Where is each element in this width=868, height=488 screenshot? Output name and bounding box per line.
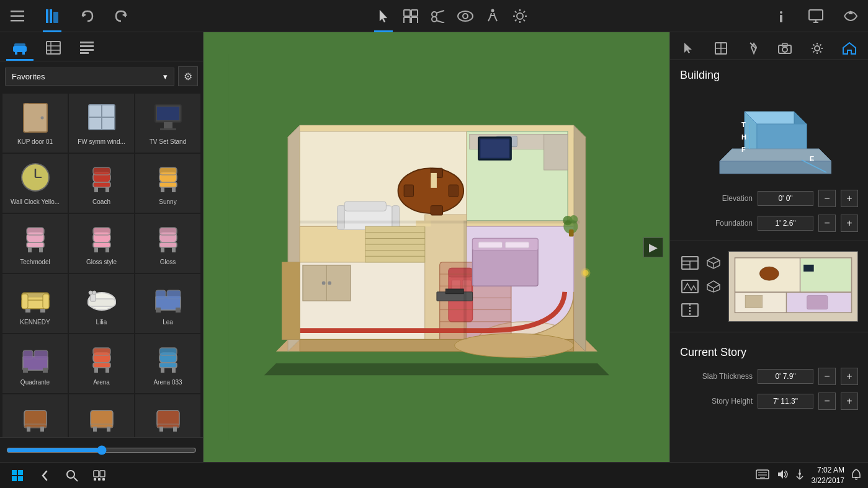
item-label-7: Techmodel: [20, 259, 50, 266]
tab-list[interactable]: [73, 36, 101, 61]
story-height-row: Story Height − +: [670, 389, 868, 414]
undo-button[interactable]: [76, 5, 98, 27]
item-14[interactable]: Arena: [69, 334, 134, 393]
svg-line-25: [523, 19, 525, 21]
floor-plan-mini-preview: [728, 251, 858, 322]
item-17[interactable]: item17: [69, 394, 134, 437]
svg-rect-247: [18, 470, 23, 475]
info-button[interactable]: [770, 5, 792, 27]
redo-button[interactable]: [110, 5, 133, 27]
elevation-decrease[interactable]: −: [818, 190, 836, 207]
svg-rect-253: [100, 471, 105, 477]
item-13[interactable]: Quadrante: [2, 334, 68, 393]
view-elevation[interactable]: [680, 277, 700, 296]
taskbar: 7:02 AM 3/22/2017: [0, 462, 868, 488]
svg-rect-58: [105, 187, 109, 192]
item-6[interactable]: Sunny: [135, 154, 200, 213]
search-button[interactable]: [61, 464, 83, 487]
rtab-home[interactable]: [838, 37, 861, 60]
walk-tool[interactable]: [481, 5, 504, 27]
rtab-sun[interactable]: [806, 37, 828, 60]
rtab-camera[interactable]: [774, 37, 796, 60]
back-button[interactable]: [34, 464, 56, 487]
select-tool[interactable]: [372, 5, 395, 27]
view-isometric[interactable]: [704, 277, 723, 296]
tab-materials[interactable]: [40, 36, 67, 61]
svg-rect-82: [43, 294, 49, 309]
height-input[interactable]: [758, 394, 813, 409]
svg-rect-100: [23, 368, 28, 373]
favorites-dropdown[interactable]: Favorites ▾: [5, 68, 174, 86]
rtab-walls[interactable]: [710, 37, 732, 60]
item-label-11: Lilia: [96, 319, 107, 326]
item-thumb-3: [146, 99, 190, 136]
multitask-button[interactable]: [88, 464, 110, 487]
item-15[interactable]: Arena 033: [135, 334, 200, 393]
item-11[interactable]: Lilia: [69, 274, 134, 333]
item-5[interactable]: Coach: [69, 154, 134, 213]
svg-rect-5: [53, 12, 58, 23]
svg-rect-245: [803, 265, 814, 272]
menu-button[interactable]: [6, 5, 29, 27]
item-8[interactable]: Gloss style: [69, 214, 134, 273]
svg-marker-7: [122, 12, 126, 17]
item-label-8: Gloss style: [86, 259, 117, 266]
divider-2: [670, 332, 868, 332]
item-3[interactable]: TV Set Stand: [135, 94, 200, 153]
sun-tool[interactable]: [509, 5, 531, 27]
library-button[interactable]: [41, 5, 63, 27]
share-button[interactable]: [839, 5, 862, 27]
tab-furniture[interactable]: [6, 36, 34, 61]
item-7[interactable]: Techmodel: [2, 214, 68, 273]
center-canvas[interactable]: ▶: [204, 32, 669, 462]
rtab-select[interactable]: [678, 37, 700, 60]
svg-line-207: [813, 51, 815, 53]
volume-icon[interactable]: [776, 469, 788, 482]
connect-icon[interactable]: [794, 469, 805, 482]
foundation-increase[interactable]: +: [841, 215, 858, 232]
notification-icon[interactable]: [851, 469, 862, 482]
slab-input[interactable]: [758, 369, 813, 384]
slab-decrease[interactable]: −: [818, 368, 836, 385]
foundation-row: Foundation − +: [670, 211, 868, 236]
item-2[interactable]: FW symm wind...: [69, 94, 134, 153]
svg-rect-55: [93, 182, 110, 187]
elevation-input[interactable]: [758, 191, 813, 206]
view-tool[interactable]: [454, 5, 477, 27]
item-4[interactable]: Wall Clock Yello...: [2, 154, 68, 213]
svg-rect-81: [22, 294, 28, 309]
foundation-input[interactable]: [758, 216, 813, 231]
group-tool[interactable]: [400, 5, 422, 27]
svg-point-264: [799, 472, 801, 475]
foundation-decrease[interactable]: −: [818, 215, 836, 232]
svg-line-206: [820, 45, 821, 46]
screen-button[interactable]: [805, 5, 827, 27]
item-1[interactable]: KUP door 01: [2, 94, 68, 153]
svg-rect-249: [18, 476, 23, 481]
size-slider[interactable]: [6, 445, 197, 455]
view-section[interactable]: [680, 300, 700, 320]
svg-rect-49: [164, 122, 172, 128]
height-decrease[interactable]: −: [818, 393, 836, 410]
keyboard-icon[interactable]: [756, 469, 769, 481]
elevation-increase[interactable]: +: [841, 190, 858, 207]
item-18[interactable]: item18: [135, 394, 200, 437]
scissors-tool[interactable]: [427, 5, 449, 27]
svg-rect-145: [431, 205, 442, 215]
item-thumb-15: [146, 339, 190, 376]
view-floor-plan[interactable]: [680, 253, 700, 273]
settings-button[interactable]: ⚙: [178, 66, 198, 86]
slab-increase[interactable]: +: [841, 368, 858, 385]
item-16[interactable]: item16: [2, 394, 68, 437]
height-increase[interactable]: +: [841, 393, 858, 410]
item-9[interactable]: Gloss: [135, 214, 200, 273]
start-button[interactable]: [6, 464, 29, 487]
view-3d[interactable]: [704, 253, 723, 273]
expand-panel-button[interactable]: ▶: [643, 237, 663, 257]
item-12[interactable]: Lea: [135, 274, 200, 333]
item-10[interactable]: KENNEDY: [2, 274, 68, 333]
svg-rect-175: [480, 139, 509, 158]
slab-thickness-row: Slab Thickness − +: [670, 364, 868, 389]
svg-rect-30: [809, 10, 823, 20]
rtab-paint[interactable]: [742, 37, 764, 60]
